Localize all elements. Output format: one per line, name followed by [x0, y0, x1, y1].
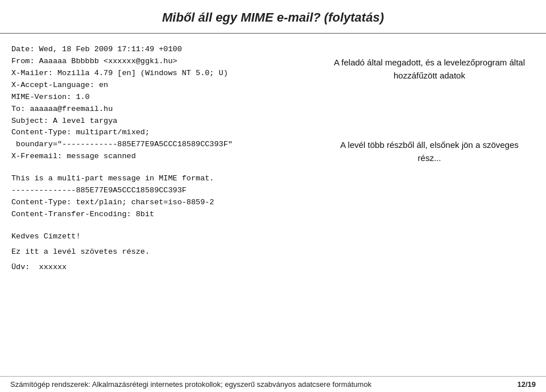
- left-panel: Date: Wed, 18 Feb 2009 17:11:49 +0100Fro…: [0, 34, 318, 392]
- page-container: Miből áll egy MIME e-mail? (folytatás) D…: [0, 0, 546, 392]
- email-header-lines: Date: Wed, 18 Feb 2009 17:11:49 +0100Fro…: [11, 44, 307, 163]
- title-area: Miből áll egy MIME e-mail? (folytatás): [0, 0, 546, 34]
- body-line: This is a multi-part message in MIME for…: [11, 173, 307, 185]
- header-line: X-Mailer: Mozilla 4.79 [en] (Windows NT …: [11, 68, 307, 80]
- header-line: boundary="------------885E77E9A5CCC18589…: [11, 139, 307, 151]
- header-line: To: aaaaaa@freemail.hu: [11, 104, 307, 115]
- header-line: X-Freemail: message scanned: [11, 151, 307, 163]
- footer-left-text: Számítógép rendszerek: Alkalmazásrétegi …: [10, 380, 371, 389]
- header-line: Date: Wed, 18 Feb 2009 17:11:49 +0100: [11, 44, 307, 56]
- email-header-section: Date: Wed, 18 Feb 2009 17:11:49 +0100Fro…: [11, 44, 307, 163]
- main-content: Date: Wed, 18 Feb 2009 17:11:49 +0100Fro…: [0, 34, 546, 392]
- right-panel: A feladó által megadott, és a levelezőpr…: [318, 34, 546, 392]
- header-line: Content-Type: multipart/mixed;: [11, 127, 307, 139]
- annotation-top: A feladó által megadott, és a levelezőpr…: [324, 51, 535, 88]
- header-line: Subject: A level targya: [11, 115, 307, 127]
- email-signoff: Üdv: xxxxxx: [11, 262, 307, 274]
- email-body-section: This is a multi-part message in MIME for…: [11, 173, 307, 221]
- header-line: MIME-Version: 1.0: [11, 92, 307, 104]
- page-title: Miből áll egy MIME e-mail? (folytatás): [162, 10, 384, 24]
- body-line: --------------885E77E9A5CCC18589CC393F: [11, 185, 307, 197]
- header-line: From: Aaaaaa Bbbbbb <xxxxxx@ggki.hu>: [11, 56, 307, 68]
- body-line: Content-Type: text/plain; charset=iso-88…: [11, 197, 307, 209]
- footer-bar: Számítógép rendszerek: Alkalmazásrétegi …: [0, 376, 546, 392]
- email-greeting-section: Kedves Címzett! Ez itt a levél szövetes …: [11, 231, 307, 274]
- email-body-lines: This is a multi-part message in MIME for…: [11, 173, 307, 221]
- email-body-text: Ez itt a levél szövetes része.: [11, 246, 307, 258]
- header-line: X-Accept-Language: en: [11, 80, 307, 92]
- footer-page-number: 12/19: [517, 380, 536, 389]
- annotation-mid: A levél több részből áll, elsőnek jön a …: [324, 133, 535, 170]
- email-greeting: Kedves Címzett!: [11, 231, 307, 243]
- body-line: Content-Transfer-Encoding: 8bit: [11, 209, 307, 221]
